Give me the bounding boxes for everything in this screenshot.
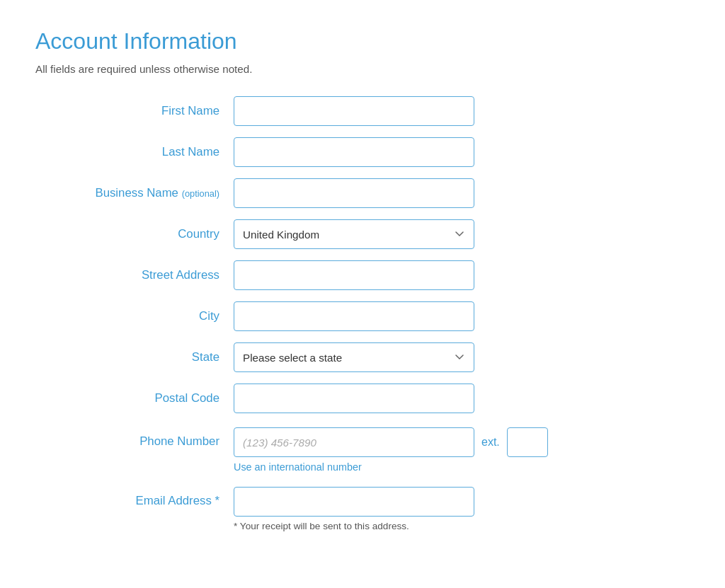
first-name-row: First Name	[35, 96, 644, 126]
street-address-field-wrapper	[234, 260, 644, 290]
street-address-label: Street Address	[35, 268, 234, 282]
phone-number-label: Phone Number	[35, 427, 234, 449]
ext-label: ext.	[481, 436, 500, 449]
country-label: Country	[35, 227, 234, 241]
business-name-optional: (optional)	[182, 188, 219, 199]
phone-row-container: ext.	[234, 427, 644, 457]
business-name-input[interactable]	[234, 178, 474, 208]
form-subtitle: All fields are required unless otherwise…	[35, 63, 644, 75]
state-row: State Please select a state	[35, 342, 644, 372]
form-container: Account Information All fields are requi…	[35, 28, 644, 531]
state-select[interactable]: Please select a state	[234, 342, 474, 372]
international-number-link[interactable]: Use an international number	[234, 461, 644, 473]
first-name-label: First Name	[35, 104, 234, 118]
last-name-input[interactable]	[234, 137, 474, 167]
page-title: Account Information	[35, 28, 644, 54]
city-input[interactable]	[234, 301, 474, 331]
postal-code-label: Postal Code	[35, 391, 234, 405]
business-name-label: Business Name (optional)	[35, 186, 234, 200]
first-name-field-wrapper	[234, 96, 644, 126]
state-label: State	[35, 350, 234, 364]
postal-code-row: Postal Code	[35, 384, 644, 413]
postal-code-input[interactable]	[234, 384, 474, 413]
country-row: Country United Kingdom United States Can…	[35, 219, 644, 249]
last-name-field-wrapper	[234, 137, 644, 167]
city-field-wrapper	[234, 301, 644, 331]
street-address-row: Street Address	[35, 260, 644, 290]
email-address-note: * Your receipt will be sent to this addr…	[234, 521, 474, 531]
last-name-row: Last Name	[35, 137, 644, 167]
email-address-field-wrapper: * Your receipt will be sent to this addr…	[234, 487, 644, 531]
last-name-label: Last Name	[35, 145, 234, 159]
postal-code-field-wrapper	[234, 384, 644, 413]
email-address-row: Email Address * * Your receipt will be s…	[35, 484, 644, 531]
country-select[interactable]: United Kingdom United States Canada Aust…	[234, 219, 474, 249]
ext-input[interactable]	[507, 427, 548, 457]
phone-inputs-group: ext.	[234, 427, 548, 457]
business-name-row: Business Name (optional)	[35, 178, 644, 208]
email-address-input[interactable]	[234, 487, 474, 517]
first-name-input[interactable]	[234, 96, 474, 126]
phone-number-field-wrapper: ext. Use an international number	[234, 427, 644, 473]
country-field-wrapper: United Kingdom United States Canada Aust…	[234, 219, 644, 249]
state-field-wrapper: Please select a state	[234, 342, 644, 372]
email-address-label: Email Address *	[35, 487, 234, 508]
phone-number-row: Phone Number ext. Use an international n…	[35, 425, 644, 473]
business-name-field-wrapper	[234, 178, 644, 208]
street-address-input[interactable]	[234, 260, 474, 290]
phone-number-input[interactable]	[234, 427, 474, 457]
city-row: City	[35, 301, 644, 331]
city-label: City	[35, 309, 234, 323]
